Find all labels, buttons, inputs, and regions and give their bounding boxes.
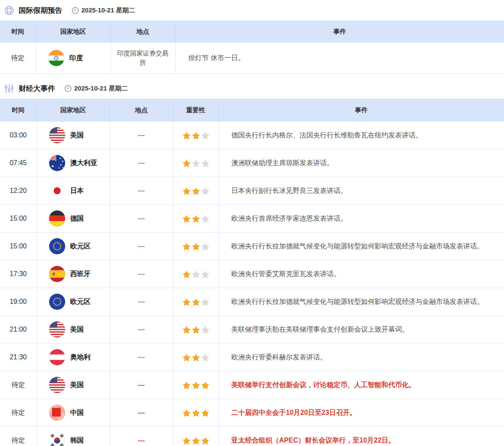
country-name: 德国 [70,213,84,224]
star-filled-icon [201,409,209,417]
importance-stars [173,260,218,288]
event-country: 奥地利 [37,344,110,371]
event-location: --- [110,149,173,177]
star-filled-icon [201,382,209,389]
country-name: 欧元区 [70,297,91,307]
event-time: 待定 [0,371,37,399]
holiday-row: 待定印度印度国家证券交易所排灯节 休市一日。 [0,43,504,74]
events-column-4: 事件 [218,99,504,122]
country-name: 印度 [70,53,83,63]
event-text: 德国央行行长内格尔、法国央行行长维勒鲁瓦在纽约发表讲话。 [218,122,504,149]
flag-es-icon [49,266,65,282]
events-date: 2025-10-21 星期二 [64,85,128,93]
country-name: 中国 [70,408,84,418]
event-row: 21:30奥地利---欧洲央行管委科赫尔发表讲话。 [0,344,504,371]
country-name: 韩国 [70,435,84,446]
flag-kr-icon [49,432,65,446]
importance-stars [173,122,218,149]
star-empty-icon [201,354,209,361]
star-filled-icon [192,326,200,334]
holiday-section-header: 国际假期预告 2025-10-21 星期二 [0,0,504,20]
flag-de-icon [49,210,65,227]
star-empty-icon [201,298,209,306]
event-country: 美国 [37,371,110,399]
star-empty-icon [192,271,200,278]
importance-stars [173,205,218,233]
star-empty-icon [201,271,209,278]
event-text: 二十届四中全会于10月20日至23日召开。 [218,399,504,427]
star-filled-icon [182,409,191,417]
flag-us-icon [49,127,65,143]
flag-us-icon [49,321,65,338]
star-empty-icon [201,160,209,167]
importance-stars [173,399,218,427]
holiday-section-title: 国际假期预告 [19,6,62,15]
flag-at-icon [49,349,65,365]
event-location: --- [110,233,173,260]
star-filled-icon [182,382,191,389]
event-time: 15:00 [0,205,37,233]
star-filled-icon [182,215,191,223]
country-name: 日本 [70,186,84,196]
holiday-column-3: 事件 [175,20,504,43]
holiday-country: 印度 [36,43,110,74]
star-filled-icon [182,354,191,361]
holiday-location: 印度国家证券交易所 [110,43,175,74]
event-location: --- [110,122,173,149]
event-time: 15:00 [0,233,37,260]
event-row: 待定韩国---亚太经合组织（APEC）财长会议举行，至10月22日。 [0,427,504,446]
event-row: 15:00欧元区---欧洲央行行长拉加德就气候变化与能源转型如何影响宏观经济与金… [0,233,504,260]
star-empty-icon [201,215,209,223]
event-row: 19:00欧元区---欧洲央行行长拉加德就气候变化与能源转型如何影响宏观经济与金… [0,288,504,316]
star-filled-icon [192,354,200,361]
events-section-header: 财经大事件 2025-10-21 星期二 [0,78,504,99]
event-country: 韩国 [37,427,110,446]
event-country: 德国 [37,205,110,233]
star-filled-icon [201,437,209,445]
event-country: 澳大利亚 [37,149,110,177]
importance-stars [173,233,218,260]
country-name: 澳大利亚 [70,158,98,168]
event-row: 12:20日本---日本央行副行长冰见野良三发表讲话。 [0,177,504,205]
country-name: 奥地利 [70,352,91,362]
event-location: --- [110,288,173,316]
country-name: 欧元区 [70,241,91,251]
star-empty-icon [201,243,209,251]
importance-stars [173,427,218,446]
country-name: 美国 [70,380,84,390]
star-filled-icon [192,437,200,445]
event-location: --- [110,205,173,233]
event-country: 西班牙 [37,260,110,288]
economic-calendar-page: 国际假期预告 2025-10-21 星期二 时间国家地区地点事件 待定印度印度国… [0,0,504,446]
holiday-table-header-row: 时间国家地区地点事件 [0,20,504,43]
holiday-date: 2025-10-21 星期二 [72,6,135,15]
importance-stars [173,316,218,344]
flag-eu-icon [49,294,65,310]
flag-us-icon [49,377,65,393]
holiday-column-2: 地点 [110,20,175,43]
globe-icon [3,5,14,16]
star-filled-icon [182,160,191,167]
event-country: 中国 [37,399,110,427]
star-filled-icon [192,132,200,140]
event-time: 12:20 [0,177,37,205]
event-row: 21:00美国---美联储理事沃勒在美联储理事会支付创新会议上致开幕词。 [0,316,504,344]
star-empty-icon [201,326,209,334]
star-filled-icon [182,271,191,278]
importance-stars [173,288,218,316]
event-time: 21:30 [0,344,37,371]
event-text: 欧洲央行行长拉加德就气候变化与能源转型如何影响宏观经济与金融市场发表讲话。 [218,233,504,260]
event-country: 美国 [37,122,110,149]
event-location: --- [110,344,173,371]
events-date-text: 2025-10-21 星期二 [74,85,128,93]
event-country: 欧元区 [37,233,110,260]
event-time: 待定 [0,427,37,446]
holiday-column-1: 国家地区 [36,20,110,43]
event-row: 07:45澳大利亚---澳洲联储助理主席琼斯发表讲话。 [0,149,504,177]
star-empty-icon [201,187,209,195]
star-filled-icon [182,326,191,334]
event-time: 03:00 [0,122,37,149]
event-time: 21:00 [0,316,37,344]
events-table: 时间国家地区地点重要性事件 03:00美国---德国央行行长内格尔、法国央行行长… [0,99,504,446]
event-text: 欧洲央行行长拉加德就气候变化与能源转型如何影响宏观经济与金融市场发表讲话。 [218,288,504,316]
